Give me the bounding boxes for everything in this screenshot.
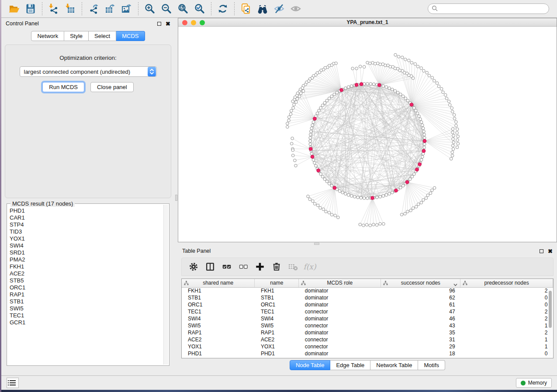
table-cell[interactable]: 1 [460,336,553,343]
deselect-all-button[interactable] [236,259,251,274]
graph-node[interactable] [377,83,381,87]
graph-node[interactable] [360,83,363,86]
float-panel-icon[interactable] [540,249,543,253]
table-scrollbar[interactable] [548,288,552,357]
table-cell[interactable]: 43 [381,322,460,329]
mcds-result-scrollbar[interactable] [163,205,168,364]
add-column-button[interactable] [253,259,267,274]
optimization-criterion-select[interactable]: largest connected component (undirected) [20,66,157,77]
table-cell[interactable]: ORC1 [255,301,299,308]
table-cell[interactable]: 18 [381,350,460,357]
table-row[interactable]: SWI4SWI4dominator462 [182,315,553,322]
table-cell[interactable]: dominator [299,294,381,301]
open-file-button[interactable] [7,2,21,16]
network-canvas[interactable] [178,27,557,242]
mcds-result-item[interactable]: RAP1 [10,291,163,298]
mcds-result-item[interactable]: GCR1 [10,319,163,326]
table-cell[interactable]: 96 [381,287,460,294]
table-cell[interactable]: RAP1 [182,329,255,336]
table-cell[interactable]: STB1 [255,294,299,301]
mcds-result-item[interactable]: YOX1 [10,235,163,242]
delete-column-button[interactable] [269,259,284,274]
table-cell[interactable]: ACE2 [255,336,299,343]
window-close-icon[interactable] [182,20,187,25]
column-header-shared-name[interactable]: shared name [182,279,255,287]
mcds-result-item[interactable]: STB1 [10,298,163,305]
table-cell[interactable]: 2 [460,287,553,294]
table-cell[interactable]: TEC1 [255,308,299,315]
tab-select[interactable]: Select [89,31,116,41]
graph-node[interactable] [418,162,422,166]
table-row[interactable]: STB1STB1dominator620 [182,294,553,301]
table-cell[interactable]: dominator [299,301,381,308]
columns-button[interactable] [203,259,218,274]
graph-node[interactable] [410,103,413,107]
table-cell[interactable]: SWI5 [255,322,299,329]
close-panel-button[interactable]: Close panel [90,82,134,92]
graph-node[interactable] [415,168,419,172]
mcds-result-item[interactable]: FKH1 [10,263,163,270]
table-cell[interactable]: 0 [460,301,553,308]
mcds-result-item[interactable]: ORC1 [10,284,163,291]
zoom-fit-button[interactable] [176,2,190,16]
mcds-result-item[interactable]: STB5 [10,277,163,284]
table-cell[interactable]: FKH1 [182,287,255,294]
table-cell[interactable]: 0 [460,350,553,357]
table-cell[interactable]: dominator [299,315,381,322]
splitter-handle[interactable] [314,243,319,245]
tab-network[interactable]: Network [31,31,64,41]
table-cell[interactable]: PHD1 [255,350,299,357]
table-row[interactable]: FKH1FKH1dominator962 [182,287,553,294]
copy-network-button[interactable] [239,2,253,16]
close-panel-icon[interactable]: ✖ [548,248,553,254]
table-cell[interactable]: 2 [460,329,553,336]
window-maximize-icon[interactable] [200,20,205,25]
splitter-handle[interactable] [175,195,177,201]
export-network-button[interactable] [86,2,101,16]
graph-node[interactable] [340,88,343,92]
mcds-result-item[interactable]: STP4 [10,221,163,228]
table-row[interactable]: SWI5SWI5connector431 [182,322,553,329]
scrollbar-thumb[interactable] [549,291,552,328]
gear-button[interactable] [186,259,201,274]
table-row[interactable]: RAP1RAP1dominator352 [182,329,553,336]
network-graph[interactable] [178,27,557,242]
import-table-button[interactable] [63,2,78,16]
graph-node[interactable] [313,117,317,120]
table-cell[interactable]: connector [299,343,381,350]
table-cell[interactable]: 47 [381,308,460,315]
table-cell[interactable]: dominator [299,329,381,336]
column-header-successor-nodes[interactable]: successor nodes [381,279,460,287]
graph-node[interactable] [317,169,320,172]
refresh-button[interactable] [215,2,230,16]
table-cell[interactable]: STB1 [182,294,255,301]
column-header-MCDS-role[interactable]: MCDS role [299,279,381,287]
window-minimize-icon[interactable] [191,20,196,25]
tab-style[interactable]: Style [64,31,89,41]
table-row[interactable]: PHD1PHD1dominator180 [182,350,553,357]
table-cell[interactable]: YOX1 [255,343,299,350]
table-row[interactable]: ORC1ORC1dominator610 [182,301,553,308]
table-cell[interactable]: FKH1 [255,287,299,294]
table-row[interactable]: YOX1YOX1connector291 [182,343,553,350]
table-cell[interactable]: 2 [460,315,553,322]
select-all-button[interactable] [219,259,234,274]
mcds-result-list[interactable]: PHD1CAR1STP4TID3YOX1SWI4SRD1PMA2FKH1ACE2… [10,207,163,364]
table-cell[interactable]: 1 [460,322,553,329]
horizontal-splitter[interactable] [178,242,557,245]
graph-node[interactable] [422,149,426,153]
close-panel-icon[interactable]: ✖ [166,21,170,27]
table-cell[interactable]: PHD1 [182,350,255,357]
tab-network-table[interactable]: Network Table [370,360,418,370]
table-cell[interactable]: connector [299,322,381,329]
save-session-button[interactable] [23,2,38,16]
table-cell[interactable]: dominator [299,350,381,357]
tab-node-table[interactable]: Node Table [290,360,331,370]
mcds-result-item[interactable]: TID3 [10,228,163,235]
mcds-result-item[interactable]: PHD1 [10,207,163,214]
zoom-out-button[interactable] [159,2,174,16]
table-cell[interactable]: SWI5 [182,322,255,329]
graph-node[interactable] [405,180,409,184]
table-cell[interactable]: 35 [381,329,460,336]
table-cell[interactable]: connector [299,336,381,343]
